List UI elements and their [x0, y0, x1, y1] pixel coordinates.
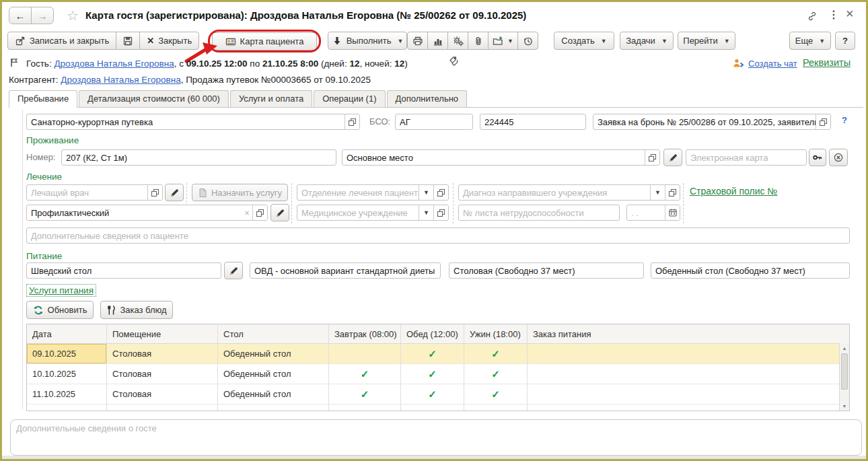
table-cell[interactable]: 11.10.2025 [27, 384, 107, 404]
assign-service-button[interactable]: Назначить услугу [192, 184, 288, 201]
calendar-icon[interactable] [665, 205, 680, 220]
history-button[interactable] [517, 32, 538, 50]
open-picker-icon[interactable] [645, 150, 659, 165]
booking-help-link[interactable]: ? [842, 115, 847, 125]
med-org-combo[interactable]: Медицинское учреждение ▼ [297, 205, 449, 221]
favorites-star-icon[interactable]: ☆ [67, 7, 79, 24]
column-header-table[interactable]: Стол [218, 324, 329, 343]
attachments-button[interactable] [468, 32, 489, 50]
open-picker-icon[interactable] [252, 205, 267, 220]
tasks-button[interactable]: Задачи▼ [620, 32, 674, 50]
create-chat-link[interactable]: Создать чат [733, 58, 797, 69]
scroll-down-icon[interactable]: ▼ [840, 401, 849, 411]
save-button[interactable] [116, 32, 140, 50]
check-icon[interactable]: ✓ [464, 344, 528, 363]
navigate-button[interactable]: Перейти▼ [678, 32, 735, 50]
tab-prebyvanie[interactable]: Пребывание [9, 90, 77, 108]
column-header-lunch[interactable]: Обед (12:00) [401, 324, 464, 343]
meal-type-field[interactable]: Шведский стол [26, 262, 221, 279]
dropdown-icon[interactable]: ▼ [419, 205, 433, 220]
column-header-order[interactable]: Заказ питания [528, 324, 849, 343]
table-cell[interactable]: Столовая [107, 384, 218, 404]
place-field[interactable]: Основное место [342, 149, 660, 166]
patient-card-button[interactable]: Карта пациента [212, 32, 317, 50]
table-cell[interactable] [528, 364, 849, 384]
guest-info-field[interactable]: Дополнительные сведения о госте [10, 419, 862, 456]
column-header-breakfast[interactable]: Завтрак (08:00) [329, 324, 401, 343]
patient-info-field[interactable]: Дополнительные сведения о пациенте [26, 227, 850, 244]
scroll-up-icon[interactable]: ▲ [840, 343, 849, 353]
more-button[interactable]: Еще▼ [789, 32, 831, 50]
open-picker-icon[interactable] [345, 114, 359, 129]
back-button[interactable]: ← [9, 7, 32, 24]
close-form-button[interactable]: ✕ Закрыть [139, 32, 199, 50]
table-cell[interactable] [329, 344, 401, 363]
diagnosis-combo[interactable]: Диагноз направившего учреждения ▼ [458, 184, 680, 201]
forward-button[interactable]: → [31, 7, 54, 24]
date-field[interactable]: . . [626, 205, 680, 221]
check-icon[interactable]: ✓ [329, 364, 401, 384]
add-to-folder-button[interactable]: ▼ [488, 32, 518, 50]
bso-number-field[interactable]: 224445 [480, 114, 586, 130]
print-button[interactable] [407, 32, 428, 50]
table-cell[interactable] [528, 344, 849, 363]
table-cell[interactable]: Обеденный стол [218, 364, 329, 384]
save-and-close-button[interactable]: Записать и закрыть [7, 32, 116, 50]
check-icon[interactable]: ✓ [464, 364, 528, 384]
column-header-room[interactable]: Помещение [107, 324, 218, 343]
tab-detalizaciya[interactable]: Детализация стоимости (60 000) [79, 90, 229, 107]
dropdown-icon[interactable]: ▼ [650, 185, 665, 200]
open-picker-icon[interactable] [816, 114, 830, 129]
kebab-menu-button[interactable]: ⋮ [828, 8, 839, 21]
settings-button[interactable] [447, 32, 468, 50]
column-header-dinner[interactable]: Ужин (18:00) [464, 324, 528, 343]
reports-button[interactable] [427, 32, 448, 50]
diet-field[interactable]: ОВД - основной вариант стандартной диеты [250, 262, 441, 279]
booking-request-field[interactable]: Заявка на бронь № 25/00286 от 09.10.2025… [593, 114, 831, 130]
open-picker-icon[interactable] [433, 185, 448, 200]
program-field[interactable]: Профилактический × [26, 205, 268, 221]
dining-table-field[interactable]: Обеденный стол (Свободно 37 мест) [651, 262, 850, 279]
help-button[interactable]: ? [835, 32, 855, 50]
encode-card-button[interactable] [809, 149, 826, 166]
room-field[interactable]: 207 (К2, Ст 1м) [61, 149, 336, 166]
check-icon[interactable]: ✓ [401, 364, 464, 384]
department-combo[interactable]: Отделение лечения пациента ▼ [297, 184, 449, 201]
flag-icon[interactable] [9, 57, 20, 68]
disability-sheet-field[interactable]: № листа нетрудоспособности [458, 205, 620, 221]
tab-dopolnitelno[interactable]: Дополнительно [387, 90, 468, 107]
tags-button[interactable] [449, 56, 460, 67]
check-icon[interactable]: ✓ [464, 384, 528, 404]
bso-series-field[interactable]: АГ [395, 114, 473, 130]
check-icon[interactable]: ✓ [401, 384, 464, 404]
dining-room-field[interactable]: Столовая (Свободно 37 мест) [449, 262, 644, 279]
scrollbar-thumb[interactable] [841, 353, 848, 390]
table-cell[interactable]: Столовая [107, 344, 218, 363]
voucher-type-field[interactable]: Санаторно-курортная путевка [26, 114, 360, 130]
tab-uslugi-i-oplata[interactable]: Услуги и оплата [230, 90, 312, 107]
electronic-card-field[interactable]: Электронная карта [686, 149, 807, 166]
tab-operacii[interactable]: Операции (1) [314, 90, 385, 107]
requisites-link[interactable]: Реквизиты [803, 57, 851, 68]
dropdown-icon[interactable]: ▼ [419, 185, 433, 200]
contragent-name-link[interactable]: Дроздова Наталья Егоровна [61, 75, 180, 85]
table-cell[interactable] [528, 384, 849, 404]
insurance-policy-link[interactable]: Страховой полис № [690, 186, 777, 197]
get-link-button[interactable] [807, 11, 818, 22]
edit-program-button[interactable] [270, 204, 289, 221]
edit-meal-type-button[interactable] [224, 262, 243, 279]
order-dishes-button[interactable]: Заказ блюд [100, 301, 173, 319]
check-icon[interactable]: ✓ [329, 384, 401, 404]
open-picker-icon[interactable] [147, 185, 162, 200]
close-window-button[interactable]: × [846, 6, 854, 22]
table-row[interactable]: 10.10.2025СтоловаяОбеденный стол✓✓✓ [27, 364, 849, 384]
table-cell[interactable]: 10.10.2025 [27, 364, 107, 384]
table-cell[interactable]: Обеденный стол [218, 344, 329, 363]
table-cell[interactable]: Столовая [107, 364, 218, 384]
refresh-button[interactable]: Обновить [26, 301, 94, 319]
open-picker-icon[interactable] [433, 205, 448, 220]
column-header-date[interactable]: Дата [27, 324, 107, 343]
table-row[interactable]: 11.10.2025СтоловаяОбеденный стол✓✓✓ [27, 384, 849, 404]
edit-doctor-button[interactable] [165, 184, 184, 201]
table-row[interactable]: 09.10.2025СтоловаяОбеденный стол✓✓ [27, 344, 849, 364]
